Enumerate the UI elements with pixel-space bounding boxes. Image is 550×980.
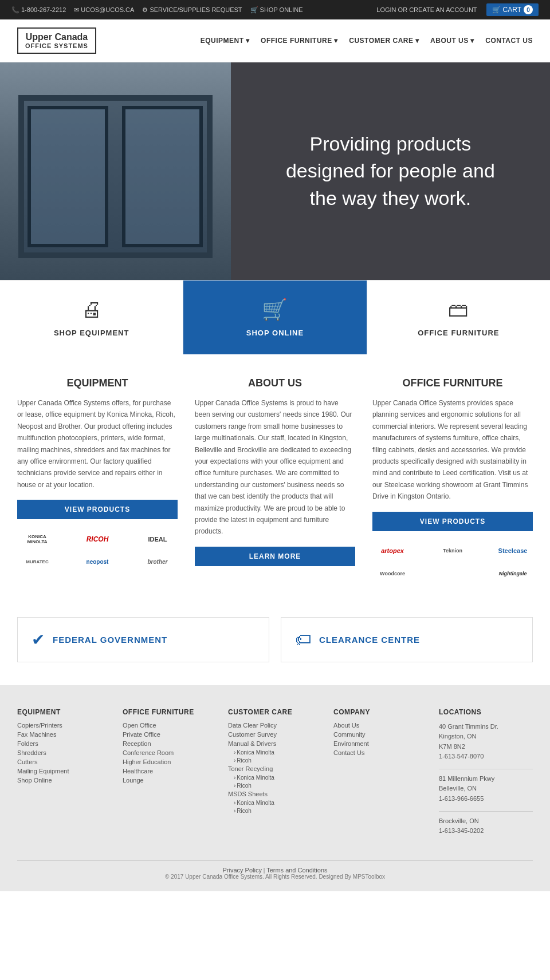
- top-bar-left: 📞 1-800-267-2212 ✉ UCOS@UCOS.CA ⚙ SERVIC…: [11, 6, 303, 14]
- login-link[interactable]: LOGIN OR CREATE AN ACCOUNT: [376, 6, 477, 13]
- footer-msds-ricoh[interactable]: › Ricoh: [234, 808, 322, 814]
- logo-top-text: Upper Canada: [26, 32, 88, 42]
- furniture-title: OFFICE FURNITURE: [372, 377, 533, 389]
- nav-contact-us[interactable]: CONTACT US: [485, 37, 533, 45]
- brand-woodcore: Woodcore: [372, 566, 412, 583]
- privacy-link[interactable]: Privacy Policy: [222, 867, 261, 874]
- footer-fax[interactable]: Fax Machines: [17, 731, 111, 738]
- shop-link[interactable]: 🛒 SHOP ONLINE: [250, 6, 303, 14]
- footer-toner-ricoh[interactable]: › Ricoh: [234, 783, 322, 789]
- footer-columns: EQUIPMENT Copiers/Printers Fax Machines …: [17, 708, 533, 843]
- tag-icon: 🏷: [295, 630, 311, 649]
- footer-col-customer-care: CUSTOMER CARE Data Clear Policy Customer…: [228, 708, 322, 843]
- footer-environment[interactable]: Environment: [333, 740, 427, 747]
- footer-bottom: Privacy Policy | Terms and Conditions © …: [17, 860, 533, 880]
- email-link[interactable]: ✉ UCOS@UCOS.CA: [74, 6, 134, 14]
- footer-customer-survey[interactable]: Customer Survey: [228, 731, 322, 738]
- chevron-right-icon: ›: [234, 800, 235, 806]
- feature-office-furniture[interactable]: 🗃 OFFICE FURNITURE: [367, 280, 550, 354]
- chevron-right-icon: ›: [234, 757, 235, 764]
- chevron-right-icon: ›: [234, 783, 235, 789]
- nav-equipment[interactable]: EQUIPMENT ▾: [201, 37, 249, 45]
- hero-text: Providing products designed for people a…: [231, 131, 550, 212]
- email-icon: ✉: [74, 6, 79, 14]
- cart-button[interactable]: 🛒 CART 0: [486, 3, 539, 16]
- footer-toner-konica[interactable]: › Konica Minolta: [234, 774, 322, 781]
- footer-manual-drivers[interactable]: Manual & Drivers: [228, 740, 322, 747]
- footer-col-company: COMPANY About Us Community Environment C…: [333, 708, 427, 843]
- footer-manual-konica[interactable]: › Konica Minolta: [234, 749, 322, 756]
- nav-customer-care[interactable]: CUSTOMER CARE ▾: [349, 37, 419, 45]
- brand-brother: brother: [138, 554, 178, 571]
- footer-col-equipment: EQUIPMENT Copiers/Printers Fax Machines …: [17, 708, 111, 843]
- equipment-text: Upper Canada Office Systems offers, for …: [17, 397, 178, 491]
- footer-healthcare[interactable]: Healthcare: [123, 768, 217, 774]
- terms-link[interactable]: Terms and Conditions: [266, 867, 327, 874]
- chevron-right-icon: ›: [234, 774, 235, 781]
- footer-copiers[interactable]: Copiers/Printers: [17, 722, 111, 729]
- top-bar-right: LOGIN OR CREATE AN ACCOUNT 🛒 CART 0: [376, 3, 539, 16]
- hero-section: Providing products designed for people a…: [0, 62, 550, 280]
- furniture-brands: artopex Teknion Steelcase Woodcore Night…: [372, 543, 533, 583]
- footer-manual-ricoh[interactable]: › Ricoh: [234, 757, 322, 764]
- nav-office-furniture[interactable]: OFFICE FURNITURE ▾: [261, 37, 337, 45]
- equipment-section: EQUIPMENT Upper Canada Office Systems of…: [17, 377, 178, 583]
- about-title: ABOUT US: [195, 377, 355, 389]
- equipment-title: EQUIPMENT: [17, 377, 178, 389]
- brand-teknion: Teknion: [433, 543, 473, 560]
- service-icon: ⚙: [142, 6, 148, 14]
- footer-folders[interactable]: Folders: [17, 740, 111, 747]
- footer-higher-ed[interactable]: Higher Education: [123, 758, 217, 765]
- view-products-button[interactable]: VIEW PRODUCTS: [17, 500, 178, 519]
- footer-private-office[interactable]: Private Office: [123, 731, 217, 738]
- footer: EQUIPMENT Copiers/Printers Fax Machines …: [0, 685, 550, 891]
- chevron-right-icon: ›: [234, 749, 235, 756]
- printer-icon: 🖨: [11, 298, 171, 322]
- footer-col-furniture: OFFICE FURNITURE Open Office Private Off…: [123, 708, 217, 843]
- brand-ricoh: RICOH: [77, 531, 117, 548]
- feature-shop-online[interactable]: 🛒 SHOP ONLINE: [183, 280, 367, 354]
- footer-open-office[interactable]: Open Office: [123, 722, 217, 729]
- main-nav: EQUIPMENT ▾ OFFICE FURNITURE ▾ CUSTOMER …: [201, 37, 533, 45]
- footer-msds[interactable]: MSDS Sheets: [228, 791, 322, 797]
- furniture-view-products-button[interactable]: VIEW PRODUCTS: [372, 512, 533, 531]
- phone-link[interactable]: 📞 1-800-267-2212: [11, 6, 66, 14]
- logo[interactable]: Upper Canada OFFICE SYSTEMS: [17, 27, 96, 54]
- shop-icon: 🛒: [250, 6, 258, 14]
- copyright-text: © 2017 Upper Canada Office Systems. All …: [165, 874, 385, 880]
- location-brockville: Brockville, ON 1-613-345-0202: [439, 816, 533, 836]
- footer-conference[interactable]: Conference Room: [123, 749, 217, 756]
- top-bar: 📞 1-800-267-2212 ✉ UCOS@UCOS.CA ⚙ SERVIC…: [0, 0, 550, 19]
- chevron-right-icon: ›: [234, 808, 235, 814]
- footer-cutters[interactable]: Cutters: [17, 758, 111, 765]
- nav-about-us[interactable]: ABOUT US ▾: [430, 37, 474, 45]
- footer-reception[interactable]: Reception: [123, 740, 217, 747]
- learn-more-button[interactable]: LEARN MORE: [195, 547, 355, 566]
- footer-about-us[interactable]: About Us: [333, 722, 427, 729]
- footer-community[interactable]: Community: [333, 731, 427, 738]
- footer-contact-us[interactable]: Contact Us: [333, 749, 427, 756]
- brand-nightingale: Nightingale: [493, 566, 533, 583]
- furniture-text: Upper Canada Office Systems provides spa…: [372, 397, 533, 503]
- header: Upper Canada OFFICE SYSTEMS EQUIPMENT ▾ …: [0, 19, 550, 62]
- chevron-down-icon: ▾: [334, 37, 338, 45]
- footer-shop-online[interactable]: Shop Online: [17, 777, 111, 784]
- service-link[interactable]: ⚙ SERVICE/SUPPLIES REQUEST: [142, 6, 242, 14]
- furniture-section: OFFICE FURNITURE Upper Canada Office Sys…: [372, 377, 533, 583]
- footer-col-locations: LOCATIONS 40 Grant Timmins Dr. Kingston,…: [439, 708, 533, 843]
- footer-toner-recycling[interactable]: Toner Recycling: [228, 765, 322, 772]
- footer-shredders[interactable]: Shredders: [17, 749, 111, 756]
- hero-headline: Providing products designed for people a…: [277, 131, 504, 212]
- footer-mailing[interactable]: Mailing Equipment: [17, 768, 111, 774]
- footer-msds-konica[interactable]: › Konica Minolta: [234, 800, 322, 806]
- clearance-centre-box[interactable]: 🏷 CLEARANCE CENTRE: [281, 617, 533, 662]
- footer-data-clear[interactable]: Data Clear Policy: [228, 722, 322, 729]
- brand-neopost: neopost: [77, 554, 117, 571]
- federal-government-box[interactable]: ✔ FEDERAL GOVERNMENT: [17, 617, 269, 662]
- footer-lounge[interactable]: Lounge: [123, 777, 217, 784]
- chevron-down-icon: ▾: [415, 37, 419, 45]
- cart-count: 0: [524, 5, 533, 14]
- hero-background: [0, 62, 231, 280]
- feature-shop-equipment[interactable]: 🖨 SHOP EQUIPMENT: [0, 280, 183, 354]
- location-belleville: 81 Millennium Pkwy Belleville, ON 1-613-…: [439, 774, 533, 804]
